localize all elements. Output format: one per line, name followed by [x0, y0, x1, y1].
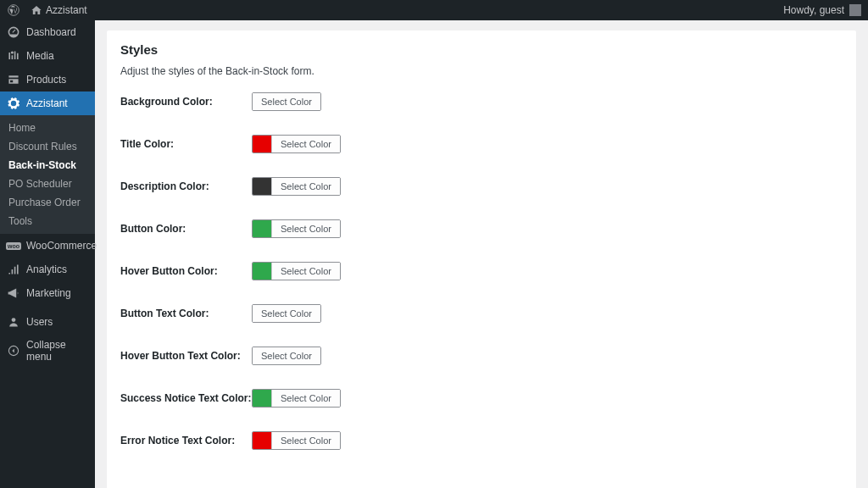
sidebar-item-marketing[interactable]: Marketing: [0, 281, 95, 305]
style-row: Error Notice Text Color:Select Color: [120, 431, 843, 450]
submenu-item-po-scheduler[interactable]: PO Scheduler: [0, 175, 95, 193]
sidebar-item-azzistant[interactable]: Azzistant: [0, 92, 95, 115]
sidebar-item-label: WooCommerce: [26, 240, 97, 252]
admin-bar: Azzistant Howdy, guest: [0, 0, 868, 20]
analytics-icon: [7, 263, 20, 276]
site-name-link[interactable]: Azzistant: [30, 4, 87, 17]
color-swatch[interactable]: [253, 219, 271, 238]
select-color-button[interactable]: Select Color: [253, 93, 320, 110]
avatar: [849, 4, 861, 16]
wp-logo[interactable]: [7, 4, 19, 17]
style-label: Hover Button Color:: [120, 265, 252, 277]
style-row: Success Notice Text Color:Select Color: [120, 389, 843, 408]
color-swatch[interactable]: [253, 262, 271, 280]
style-label: Button Text Color:: [120, 308, 252, 319]
users-icon: [7, 315, 20, 329]
sidebar-item-label: Analytics: [26, 263, 67, 275]
sidebar-item-woocommerce[interactable]: woo WooCommerce: [0, 234, 95, 258]
sidebar-item-label: Marketing: [26, 287, 71, 299]
sidebar-submenu: Home Discount Rules Back-in-Stock PO Sch…: [0, 115, 95, 234]
home-icon: [30, 4, 42, 17]
sidebar-item-label: Collapse menu: [26, 339, 88, 363]
submenu-item-discount-rules[interactable]: Discount Rules: [0, 137, 95, 156]
style-label: Description Color:: [120, 180, 252, 192]
style-row: Hover Button Color:Select Color: [120, 262, 843, 280]
svg-point-1: [12, 318, 16, 322]
sidebar-item-label: Users: [26, 316, 53, 328]
panel-description: Adjust the styles of the Back-in-Stock f…: [120, 65, 843, 77]
color-swatch[interactable]: [253, 135, 271, 153]
site-name: Azzistant: [46, 4, 87, 16]
collapse-icon: [7, 344, 20, 358]
style-row: Background Color:Select Color: [120, 92, 843, 111]
submenu-item-purchase-order[interactable]: Purchase Order: [0, 193, 95, 212]
sidebar-item-label: Media: [26, 50, 54, 62]
style-label: Button Color:: [120, 223, 252, 235]
sidebar-item-media[interactable]: Media: [0, 44, 95, 68]
dashboard-icon: [7, 25, 20, 39]
submenu-item-tools[interactable]: Tools: [0, 212, 95, 230]
style-label: Error Notice Text Color:: [120, 435, 252, 446]
select-color-button[interactable]: Select Color: [271, 178, 340, 195]
sidebar-item-label: Products: [26, 74, 66, 86]
select-color-button[interactable]: Select Color: [271, 390, 340, 407]
style-label: Background Color:: [120, 96, 252, 108]
color-picker[interactable]: Select Color: [252, 347, 321, 365]
color-picker[interactable]: Select Color: [252, 92, 321, 111]
select-color-button[interactable]: Select Color: [271, 263, 340, 280]
style-row: Description Color:Select Color: [120, 177, 843, 196]
admin-sidebar: Dashboard Media Products Azzistant Home …: [0, 20, 95, 488]
style-row: Hover Button Text Color:Select Color: [120, 347, 843, 365]
woo-icon: woo: [7, 239, 20, 252]
submenu-item-home[interactable]: Home: [0, 119, 95, 137]
select-color-button[interactable]: Select Color: [271, 220, 340, 237]
select-color-button[interactable]: Select Color: [253, 347, 320, 364]
color-picker[interactable]: Select Color: [252, 262, 341, 280]
gear-icon: [7, 97, 20, 110]
color-picker[interactable]: Select Color: [252, 135, 341, 153]
sidebar-item-collapse[interactable]: Collapse menu: [0, 334, 95, 368]
styles-panel: Styles Adjust the styles of the Back-in-…: [107, 30, 856, 488]
products-icon: [7, 73, 20, 86]
submenu-item-back-in-stock[interactable]: Back-in-Stock: [0, 156, 95, 175]
color-picker[interactable]: Select Color: [252, 177, 341, 196]
sidebar-item-label: Azzistant: [26, 97, 68, 109]
color-picker[interactable]: Select Color: [252, 219, 341, 238]
wordpress-icon: [7, 4, 19, 17]
color-swatch[interactable]: [253, 431, 271, 450]
panel-title: Styles: [120, 42, 843, 57]
sidebar-item-users[interactable]: Users: [0, 310, 95, 334]
sidebar-item-dashboard[interactable]: Dashboard: [0, 20, 95, 44]
style-label: Title Color:: [120, 138, 252, 150]
color-picker[interactable]: Select Color: [252, 431, 341, 450]
marketing-icon: [7, 286, 20, 300]
select-color-button[interactable]: Select Color: [271, 432, 340, 449]
color-picker[interactable]: Select Color: [252, 389, 341, 408]
select-color-button[interactable]: Select Color: [253, 305, 320, 322]
howdy-text: Howdy, guest: [783, 4, 844, 16]
color-swatch[interactable]: [253, 177, 271, 196]
color-swatch[interactable]: [253, 389, 271, 408]
user-menu[interactable]: Howdy, guest: [783, 4, 861, 16]
media-icon: [7, 49, 20, 63]
style-label: Success Notice Text Color:: [120, 392, 252, 404]
style-row: Title Color:Select Color: [120, 135, 843, 153]
sidebar-item-products[interactable]: Products: [0, 68, 95, 92]
sidebar-item-analytics[interactable]: Analytics: [0, 258, 95, 281]
content-area: Styles Adjust the styles of the Back-in-…: [95, 20, 868, 488]
style-row: Button Text Color:Select Color: [120, 304, 843, 323]
style-row: Button Color:Select Color: [120, 219, 843, 238]
select-color-button[interactable]: Select Color: [271, 136, 340, 152]
sidebar-item-label: Dashboard: [26, 26, 76, 38]
color-picker[interactable]: Select Color: [252, 304, 321, 323]
style-label: Hover Button Text Color:: [120, 350, 252, 362]
